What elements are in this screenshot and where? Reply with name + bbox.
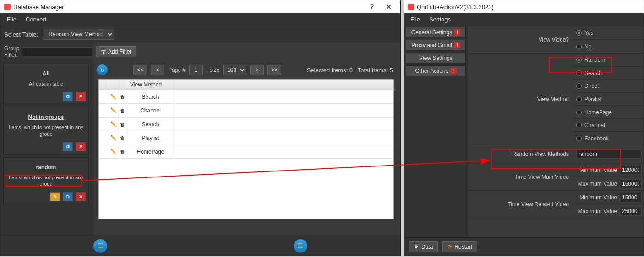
table-row[interactable]: ✏️ 🗑 Playlist (99, 131, 393, 145)
pager-next[interactable]: > (250, 65, 264, 75)
page-size-select[interactable]: 100 (223, 65, 246, 75)
edit-icon[interactable]: ✏️ (110, 107, 117, 113)
edit-icon[interactable]: ✏️ (110, 135, 117, 141)
delete-icon[interactable]: 🗑 (120, 108, 125, 113)
radio-homepage[interactable]: HomePage (573, 106, 644, 119)
del-icon[interactable]: ✕ (76, 142, 86, 151)
cell-view-method: Channel (127, 104, 173, 117)
radio-no[interactable]: No (573, 40, 644, 54)
pager-last[interactable]: >> (267, 65, 281, 75)
cell-view-method: Search (127, 118, 173, 131)
copy-icon[interactable]: ⧉ (63, 192, 73, 201)
menubar: File Convert (0, 13, 400, 26)
data-button[interactable]: 🗄 Data (409, 241, 438, 252)
main-panel: 🝖 Add Filter ↻ << < Page # , size 100 > … (92, 43, 400, 236)
table-row[interactable]: ✏️ 🗑 Channel (99, 104, 393, 118)
radio-icon[interactable] (576, 110, 582, 115)
section-label-view-method: View Method (468, 54, 573, 145)
radio-icon[interactable] (576, 96, 582, 102)
radio-icon[interactable] (576, 57, 582, 63)
group-name: Not in groups (6, 114, 86, 120)
radio-facebook[interactable]: Facebook (573, 132, 644, 145)
copy-icon[interactable]: ⧉ (63, 92, 73, 101)
help-button[interactable]: ? (364, 3, 380, 11)
pager-prev[interactable]: < (151, 65, 164, 75)
value-input[interactable] (620, 193, 642, 202)
close-button[interactable]: ✕ (380, 3, 397, 11)
radio-icon[interactable] (576, 44, 582, 49)
field-maximum-value: Maximum Value (573, 204, 644, 218)
database-icon: 🗄 (414, 244, 419, 250)
window-title: Database Manager (13, 4, 364, 11)
value-input[interactable] (620, 207, 642, 216)
window-title: QniTubeActionV2(31.3.2023) (417, 4, 640, 11)
menu-convert[interactable]: Convert (21, 14, 51, 25)
radio-direct[interactable]: Direct (573, 80, 644, 93)
del-icon[interactable]: ✕ (76, 192, 86, 201)
delete-icon[interactable]: 🗑 (120, 135, 125, 141)
radio-icon[interactable] (576, 136, 582, 141)
group-name: random (6, 164, 86, 171)
restart-button[interactable]: ⟳ Restart (442, 241, 477, 252)
footer-list-button-2[interactable]: ☰ (294, 239, 307, 253)
group-card-random[interactable]: random Items, which is not present in an… (3, 157, 89, 205)
radio-icon[interactable] (576, 123, 582, 128)
group-filter-input[interactable] (22, 47, 95, 56)
delete-icon[interactable]: 🗑 (120, 122, 125, 127)
footer-list-button-1[interactable]: ☰ (93, 239, 107, 253)
nav-proxy-and-gmail[interactable]: Proxy and Gmail! (406, 40, 466, 51)
edit-icon[interactable]: ✏️ (110, 94, 117, 100)
add-filter-button[interactable]: 🝖 Add Filter (96, 46, 136, 57)
database-manager-window: Database Manager ? ✕ File Convert Select… (0, 0, 401, 256)
copy-icon[interactable]: ⧉ (63, 142, 73, 151)
table-row[interactable]: ✏️ 🗑 HomePage (99, 145, 393, 159)
radio-channel[interactable]: Channel (573, 119, 644, 132)
nav-general-settings[interactable]: General Settings! (406, 27, 466, 38)
page-number-input[interactable] (189, 65, 203, 75)
radio-search[interactable]: Search (573, 67, 644, 80)
edit-icon[interactable]: ✎ (50, 192, 60, 201)
page-label: Page # (168, 67, 186, 73)
menu-file[interactable]: File (2, 14, 21, 25)
radio-icon[interactable] (576, 30, 582, 36)
table-row[interactable]: ✏️ 🗑 Search (99, 90, 393, 104)
select-table-dropdown[interactable]: Random View Method (43, 29, 114, 40)
section-label-random-view-methods: Random View Methods (468, 145, 573, 163)
group-card-not-in-groups[interactable]: Not in groups Items, which is not presen… (3, 107, 89, 155)
column-header-view-method[interactable]: View Method (127, 80, 173, 90)
edit-icon[interactable]: ✏️ (110, 149, 117, 155)
nav-other-actions[interactable]: Other Actions! (406, 65, 466, 76)
value-input[interactable] (620, 179, 642, 188)
field-minimum-value: Minimum Value (573, 163, 644, 177)
settings-nav: General Settings!Proxy and Gmail!View Se… (404, 26, 468, 237)
group-card-all[interactable]: All All data in table ⧉✕ (3, 64, 89, 104)
edit-icon[interactable]: ✏️ (110, 121, 117, 127)
select-table-row: Select Table: Random View Method (0, 26, 400, 43)
nav-view-settings[interactable]: View Settings (406, 53, 466, 64)
radio-icon[interactable] (576, 70, 582, 76)
input-row-random-view-methods (573, 145, 644, 163)
section-label-time-view-related-video: Time View Related Video (468, 191, 573, 218)
group-desc: Items, which is not present in any group (6, 174, 86, 188)
radio-playlist[interactable]: Playlist (573, 93, 644, 106)
del-icon[interactable]: ✕ (76, 92, 86, 101)
refresh-button[interactable]: ↻ (97, 64, 108, 75)
radio-yes[interactable]: Yes (573, 26, 644, 40)
funnel-icon: 🝖 (101, 48, 106, 55)
restart-icon: ⟳ (448, 244, 452, 250)
delete-icon[interactable]: 🗑 (120, 149, 125, 155)
value-input[interactable] (620, 166, 642, 175)
delete-icon[interactable]: 🗑 (120, 94, 125, 100)
radio-icon[interactable] (576, 83, 582, 89)
summary-label: Selected Items: 0 , Total Items: 5 (307, 67, 393, 74)
menu-settings[interactable]: Settings (425, 14, 455, 25)
menu-file[interactable]: File (406, 14, 425, 25)
table-row[interactable]: ✏️ 🗑 Search (99, 118, 393, 131)
section-label-time-view-main-video: Time View Main Video (468, 163, 573, 191)
random-view-methods-input[interactable] (576, 150, 642, 159)
qnitube-window: QniTubeActionV2(31.3.2023) File Settings… (404, 0, 644, 256)
radio-random[interactable]: Random (573, 54, 644, 67)
app-icon (408, 4, 414, 10)
group-name: All (6, 70, 86, 77)
pager-first[interactable]: << (133, 65, 147, 75)
